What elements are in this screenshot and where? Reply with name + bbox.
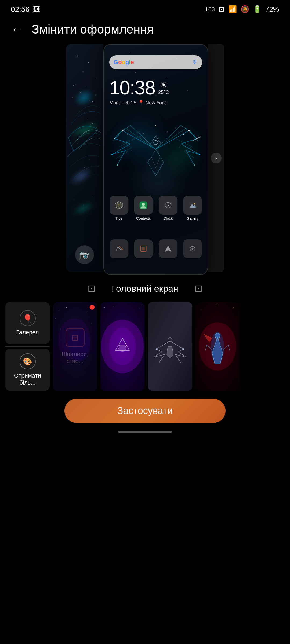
svg-point-9 xyxy=(90,100,90,101)
svg-point-66 xyxy=(55,318,56,319)
contacts-icon-bg xyxy=(134,196,153,215)
app-dock-2[interactable] xyxy=(133,239,154,258)
preview-left[interactable]: 📷 xyxy=(66,44,103,272)
getmore-icon: 🎨 xyxy=(20,353,36,369)
svg-point-73 xyxy=(114,306,114,307)
svg-point-24 xyxy=(194,164,195,166)
phone-screen: Google 🎙 10:38 ☀ 25°C Mon, Feb 25 📍 New … xyxy=(104,45,208,274)
google-logo: Google xyxy=(114,59,134,66)
svg-point-23 xyxy=(199,154,200,155)
svg-point-86 xyxy=(215,333,220,338)
app-tips[interactable]: T Tips xyxy=(108,196,130,221)
notification-dot xyxy=(90,305,95,310)
svg-point-64 xyxy=(88,313,88,313)
svg-point-2 xyxy=(87,119,88,119)
app-dock-4[interactable] xyxy=(182,239,203,258)
google-search-bar[interactable]: Google 🎙 xyxy=(109,55,202,69)
gallery-label: Gallery xyxy=(187,216,198,221)
app-dock-3[interactable] xyxy=(157,239,179,258)
theme-getmore-item[interactable]: 🎨 Отримати біль... xyxy=(5,349,50,391)
svg-point-30 xyxy=(183,134,184,135)
svg-text:T: T xyxy=(118,203,120,207)
svg-point-78 xyxy=(156,348,157,350)
themes-row: 🎈 Галерея 🎨 Отримати біль... xyxy=(0,302,290,391)
svg-point-83 xyxy=(233,307,234,308)
crop-left-icon[interactable]: ⊡ xyxy=(88,283,96,294)
svg-point-84 xyxy=(217,305,217,305)
back-button[interactable]: ← xyxy=(11,22,24,36)
mic-icon[interactable]: 🎙 xyxy=(192,59,198,66)
dock-icon-3-bg xyxy=(159,239,177,258)
tips-label: Tips xyxy=(115,216,122,221)
weather-info: ☀ 25°C xyxy=(158,80,169,95)
status-icon-2: ⊡ xyxy=(219,5,224,13)
svg-point-72 xyxy=(104,307,105,308)
apply-btn-container: Застосувати xyxy=(0,391,290,428)
theme-rog-silver[interactable] xyxy=(148,302,192,391)
preview-right[interactable]: › xyxy=(208,44,224,272)
svg-point-35 xyxy=(155,173,156,173)
svg-point-33 xyxy=(132,150,132,151)
gallery-icon-bg xyxy=(183,196,202,215)
app-icons-row-1: T Tips Contacts xyxy=(107,196,205,221)
app-gallery[interactable]: Gallery xyxy=(182,196,203,221)
preview-center[interactable]: Google 🎙 10:38 ☀ 25°C Mon, Feb 25 📍 New … xyxy=(103,44,208,275)
svg-rect-53 xyxy=(142,247,145,250)
preview-label-row: ⊡ Головний екран ⊡ xyxy=(0,277,290,302)
getmore-label: Отримати біль... xyxy=(5,372,50,386)
svg-point-7 xyxy=(72,97,73,98)
svg-point-1 xyxy=(96,127,97,128)
svg-point-29 xyxy=(175,128,176,128)
svg-point-15 xyxy=(92,197,93,197)
crop-right-icon[interactable]: ⊡ xyxy=(194,283,202,294)
svg-point-63 xyxy=(66,307,67,308)
svg-point-58 xyxy=(192,248,194,250)
svg-point-5 xyxy=(84,167,85,168)
status-icon-4: 🔕 xyxy=(241,5,249,13)
svg-point-62 xyxy=(58,310,59,310)
svg-point-16 xyxy=(154,140,158,145)
contacts-label: Contacts xyxy=(136,216,151,221)
svg-point-40 xyxy=(142,203,145,206)
battery-text: 72% xyxy=(265,5,279,13)
svg-point-75 xyxy=(142,305,143,305)
tips-icon-bg: T xyxy=(110,196,128,215)
svg-point-32 xyxy=(200,137,201,138)
svg-point-4 xyxy=(78,143,78,144)
status-right: 163 ⊡ 📶 🔕 🔋 72% xyxy=(205,5,279,13)
gallery-theme-icon: 🎈 xyxy=(20,310,36,326)
svg-point-28 xyxy=(167,131,168,132)
theme-stack-item: 🎈 Галерея 🎨 Отримати біль... xyxy=(5,302,50,391)
status-icon-1: 163 xyxy=(205,6,215,13)
theme-rog-red[interactable] xyxy=(195,302,240,391)
clock-label: Clock xyxy=(163,216,173,221)
weather-icon: ☀ xyxy=(160,80,167,90)
svg-point-18 xyxy=(114,138,115,139)
header: ← Змінити оформлення xyxy=(0,16,290,44)
svg-point-10 xyxy=(95,95,96,96)
theme-create-wallpaper[interactable]: ⊞ Шпалери, ство... xyxy=(53,302,97,391)
status-photo-icon: 🖼 xyxy=(33,5,40,14)
theme-gallery-item[interactable]: 🎈 Галерея xyxy=(5,302,50,344)
svg-point-34 xyxy=(179,148,180,148)
svg-point-20 xyxy=(117,164,118,166)
apply-button[interactable]: Застосувати xyxy=(64,399,226,423)
status-bar: 02:56 🖼 163 ⊡ 📶 🔕 🔋 72% xyxy=(0,0,290,16)
camera-icon: 📷 xyxy=(75,245,94,264)
svg-point-45 xyxy=(168,205,169,206)
dock-icon-1-bg xyxy=(110,239,128,258)
clock-time: 10:38 xyxy=(109,77,155,99)
svg-point-6 xyxy=(90,159,90,160)
dock-icon-4-bg xyxy=(183,239,202,258)
app-clock[interactable]: Clock xyxy=(157,196,179,221)
clock-icon-bg xyxy=(159,196,177,215)
svg-point-0 xyxy=(92,123,93,124)
app-dock-1[interactable] xyxy=(108,239,130,258)
status-icon-3: 📶 xyxy=(228,5,237,13)
preview-area: 📷 Google 🎙 xyxy=(0,44,290,277)
clock-time-row: 10:38 ☀ 25°C xyxy=(109,77,202,99)
app-icons-row-2 xyxy=(107,239,205,258)
app-contacts[interactable]: Contacts xyxy=(133,196,154,221)
theme-rog-purple[interactable] xyxy=(100,302,145,391)
preview-left-bg: 📷 xyxy=(66,44,103,272)
